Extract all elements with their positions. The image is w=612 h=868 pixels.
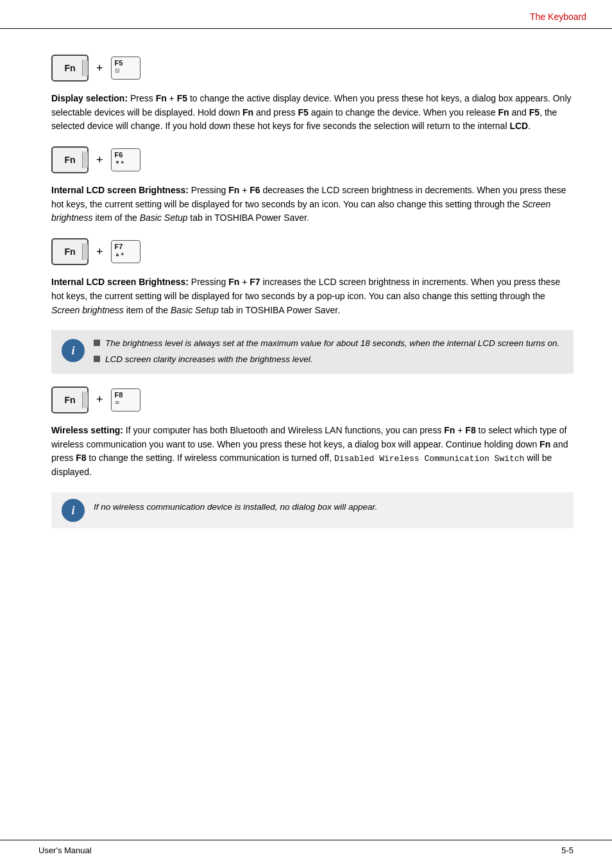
key-combo-f7: Fn + F7 ▲✦ bbox=[51, 238, 574, 265]
plus-f6: + bbox=[96, 153, 103, 167]
info-bullet-1 bbox=[94, 340, 100, 346]
info-item-2: LCD screen clarity increases with the br… bbox=[94, 354, 563, 366]
f8-icon: ≋ bbox=[115, 399, 120, 406]
info-bullet-2 bbox=[94, 356, 100, 362]
plus-f8: + bbox=[96, 393, 103, 406]
plus-f7: + bbox=[96, 245, 103, 259]
f7-label: F7 bbox=[115, 243, 123, 250]
info-text-1: The brightness level is always set at th… bbox=[105, 338, 559, 350]
info-item-1: The brightness level is always set at th… bbox=[94, 338, 563, 350]
info-icon-brightness: i bbox=[62, 339, 85, 362]
brightness-inc-title: Internal LCD screen Brightness: bbox=[51, 277, 189, 287]
brightness-dec-title: Internal LCD screen Brightness: bbox=[51, 185, 189, 195]
info-text-2: LCD screen clarity increases with the br… bbox=[105, 354, 312, 366]
brightness-dec-text: Internal LCD screen Brightness: Pressing… bbox=[51, 184, 574, 225]
f5-icon: ⊟ bbox=[115, 67, 120, 74]
page-footer: User's Manual 5-5 bbox=[0, 840, 612, 855]
info-box-wireless: i If no wireless communication device is… bbox=[51, 492, 574, 528]
info-wireless-text: If no wireless communication device is i… bbox=[94, 499, 377, 514]
wireless-title: Wireless setting: bbox=[51, 425, 123, 435]
display-selection-title: Display selection: bbox=[51, 93, 128, 103]
plus-f5: + bbox=[96, 62, 103, 75]
fn-label-f6: Fn bbox=[64, 155, 75, 165]
fn-key-f5: Fn bbox=[51, 55, 89, 82]
wireless-text: Wireless setting: If your computer has b… bbox=[51, 424, 574, 480]
brightness-inc-text: Internal LCD screen Brightness: Pressing… bbox=[51, 275, 574, 317]
key-combo-f5: Fn + F5 ⊟ bbox=[51, 55, 574, 82]
f8-key: F8 ≋ bbox=[111, 388, 140, 412]
info-box-brightness: i The brightness level is always set at … bbox=[51, 330, 574, 374]
page-content: Fn + F5 ⊟ Display selection: Press Fn + … bbox=[0, 29, 612, 554]
fn-key-f6: Fn bbox=[51, 146, 89, 173]
fn-key-f8: Fn bbox=[51, 386, 89, 413]
header-title: The Keyboard bbox=[530, 12, 586, 22]
f5-label: F5 bbox=[115, 59, 123, 67]
f6-icon: ▼✦ bbox=[115, 159, 126, 166]
f7-icon: ▲✦ bbox=[115, 251, 126, 257]
key-combo-f8: Fn + F8 ≋ bbox=[51, 386, 574, 413]
fn-key-f7: Fn bbox=[51, 238, 89, 265]
fn-label-f5: Fn bbox=[64, 63, 75, 73]
footer-right: 5-5 bbox=[561, 846, 574, 855]
f8-label: F8 bbox=[115, 391, 123, 399]
f6-label: F6 bbox=[115, 151, 123, 159]
info-icon-wireless: i bbox=[62, 499, 85, 522]
f5-key: F5 ⊟ bbox=[111, 56, 140, 80]
footer-left: User's Manual bbox=[38, 846, 92, 855]
display-selection-text: Display selection: Press Fn + F5 to chan… bbox=[51, 92, 574, 134]
fn-label-f7: Fn bbox=[64, 247, 75, 257]
key-combo-f6: Fn + F6 ▼✦ bbox=[51, 146, 574, 173]
page-header: The Keyboard bbox=[0, 0, 612, 29]
fn-label-f8: Fn bbox=[64, 395, 75, 405]
info-content-brightness: The brightness level is always set at th… bbox=[94, 338, 563, 366]
f6-key: F6 ▼✦ bbox=[111, 148, 140, 171]
f7-key: F7 ▲✦ bbox=[111, 240, 140, 263]
wireless-note: If no wireless communication device is i… bbox=[94, 502, 377, 512]
